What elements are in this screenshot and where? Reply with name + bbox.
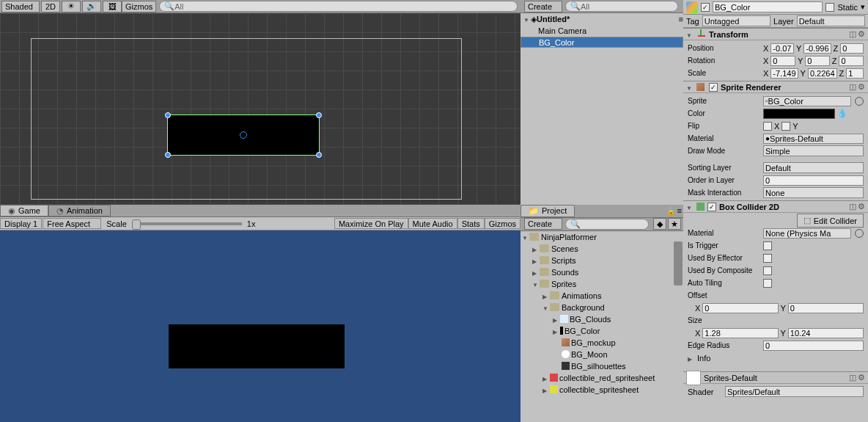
material-field[interactable]: ●Sprites-Default xyxy=(763,134,864,144)
transform-header[interactable]: Transform xyxy=(683,28,868,40)
asset-bgsilhouettes[interactable]: BG_silhouettes xyxy=(521,360,683,372)
scene-root-row[interactable]: ◈ Untitled* xyxy=(521,13,683,25)
project-root[interactable]: NinjaPlatformer xyxy=(521,231,683,243)
size-y-input[interactable]: 10.24 xyxy=(788,328,864,338)
asset-bgmockup[interactable]: BG_mockup xyxy=(521,337,683,349)
help-icon[interactable] xyxy=(849,29,856,39)
tab-project[interactable]: 📁 Project xyxy=(521,205,575,217)
gear-icon[interactable] xyxy=(858,202,865,211)
istrigger-checkbox[interactable] xyxy=(763,241,772,250)
mute-audio-toggle[interactable]: Mute Audio xyxy=(408,218,457,229)
resize-handle[interactable] xyxy=(316,152,322,158)
scale-x-input[interactable]: -7.149 xyxy=(770,68,798,79)
expand-icon[interactable] xyxy=(686,30,694,39)
layer-dropdown[interactable]: Default xyxy=(797,15,865,26)
project-create-dropdown[interactable]: Create xyxy=(524,218,562,230)
rot-z-input[interactable]: 0 xyxy=(839,56,864,66)
game-viewport[interactable] xyxy=(0,230,521,422)
expand-icon[interactable] xyxy=(686,83,694,92)
folder-animations[interactable]: Animations xyxy=(521,290,683,302)
hierarchy-panel[interactable]: ◈ Untitled* Main Camera BG_Color xyxy=(521,13,683,205)
hierarchy-create-dropdown[interactable]: Create xyxy=(524,1,562,12)
composite-checkbox[interactable] xyxy=(763,266,772,275)
shading-mode-dropdown[interactable]: Shaded xyxy=(1,1,40,12)
expand-icon[interactable] xyxy=(532,256,540,265)
asset-bgmoon[interactable]: BG_Moon xyxy=(521,349,683,360)
scene-search-input[interactable]: 🔍All xyxy=(159,1,518,12)
component-enabled-checkbox[interactable] xyxy=(709,83,718,92)
autotiling-checkbox[interactable] xyxy=(763,279,772,288)
drawmode-dropdown[interactable]: Simple xyxy=(763,145,864,156)
static-checkbox[interactable] xyxy=(825,3,834,12)
gear-icon[interactable] xyxy=(858,29,865,39)
selected-object-rect[interactable] xyxy=(167,114,320,156)
hierarchy-item-camera[interactable]: Main Camera xyxy=(521,25,683,37)
flip-y-checkbox[interactable] xyxy=(781,122,790,131)
gizmos-game-dropdown[interactable]: Gizmos xyxy=(485,218,521,229)
mask-dropdown[interactable]: None xyxy=(763,187,864,198)
edge-radius-input[interactable]: 0 xyxy=(763,341,864,351)
2d-toggle-button[interactable]: 2D xyxy=(41,1,60,12)
folder-scenes[interactable]: Scenes xyxy=(521,243,683,255)
eyedropper-icon[interactable]: 💧 xyxy=(837,109,847,118)
expand-icon[interactable] xyxy=(686,203,694,211)
offset-x-input[interactable]: 0 xyxy=(702,303,778,313)
expand-icon[interactable] xyxy=(542,291,550,300)
project-search-input[interactable]: 🔍 xyxy=(565,219,649,230)
shader-dropdown[interactable]: Sprites/Default xyxy=(725,386,864,397)
expand-icon[interactable] xyxy=(553,315,560,324)
folder-background[interactable]: Background xyxy=(521,302,683,313)
filter-button[interactable]: ◆ xyxy=(653,218,666,230)
scale-z-input[interactable]: 1 xyxy=(846,68,864,79)
pos-z-input[interactable]: 0 xyxy=(840,43,864,54)
expand-icon[interactable] xyxy=(542,303,550,312)
folder-scripts[interactable]: Scripts xyxy=(521,255,683,266)
phys-material-field[interactable]: None (Physics Ma xyxy=(763,228,851,239)
expand-icon[interactable] xyxy=(532,280,540,288)
tab-game[interactable]: Game xyxy=(0,205,48,217)
resize-handle[interactable] xyxy=(165,112,171,118)
help-icon[interactable] xyxy=(849,202,856,211)
tab-animation[interactable]: Animation xyxy=(48,205,111,217)
asset-collectible-red[interactable]: collectible_red_spritesheet xyxy=(521,372,683,384)
color-field[interactable] xyxy=(763,109,835,119)
lock-icon[interactable] xyxy=(666,206,675,215)
help-icon[interactable] xyxy=(849,82,856,92)
material-preview-header[interactable]: Sprites-Default xyxy=(683,371,868,384)
scale-y-input[interactable]: 0.2264 xyxy=(808,68,837,79)
resize-handle[interactable] xyxy=(316,112,322,118)
gear-icon[interactable] xyxy=(858,82,865,92)
stats-toggle[interactable]: Stats xyxy=(457,218,485,229)
effector-checkbox[interactable] xyxy=(763,254,772,263)
sprite-object-field[interactable]: ▫BG_Color xyxy=(763,96,851,106)
rot-x-input[interactable]: 0 xyxy=(770,56,795,66)
project-panel[interactable]: NinjaPlatformer Scenes Scripts Sounds Sp… xyxy=(521,231,683,423)
expand-icon[interactable] xyxy=(542,374,550,382)
scale-slider[interactable] xyxy=(132,222,242,225)
expand-icon[interactable] xyxy=(532,244,540,253)
order-in-layer-input[interactable]: 0 xyxy=(763,175,864,186)
expand-icon[interactable] xyxy=(523,15,531,23)
expand-icon[interactable] xyxy=(542,385,550,394)
gizmos-dropdown[interactable]: Gizmos xyxy=(122,1,156,12)
maximize-on-play-toggle[interactable]: Maximize On Play xyxy=(334,218,408,229)
sprite-renderer-header[interactable]: Sprite Renderer xyxy=(683,81,868,93)
scene-viewport[interactable] xyxy=(0,13,521,205)
box-collider-header[interactable]: Box Collider 2D xyxy=(683,200,868,213)
flip-x-checkbox[interactable] xyxy=(763,122,772,131)
edit-collider-button[interactable]: Edit Collider xyxy=(797,214,864,228)
resize-handle[interactable] xyxy=(165,152,171,158)
active-checkbox[interactable] xyxy=(701,3,710,12)
sorting-layer-dropdown[interactable]: Default xyxy=(763,162,864,173)
gameobject-name-input[interactable]: BG_Color xyxy=(713,1,823,12)
object-picker-icon[interactable] xyxy=(855,229,864,238)
help-icon[interactable] xyxy=(849,373,856,382)
tag-dropdown[interactable]: Untagged xyxy=(702,15,770,26)
gear-icon[interactable] xyxy=(858,373,865,382)
asset-collectible[interactable]: collectible_spritesheet xyxy=(521,384,683,396)
component-enabled-checkbox[interactable] xyxy=(707,203,716,211)
offset-y-input[interactable]: 0 xyxy=(788,303,864,313)
effects-toggle-button[interactable]: 🖼 xyxy=(103,1,122,12)
lighting-toggle-button[interactable]: ☀ xyxy=(62,1,81,12)
display-dropdown[interactable]: Display 1 xyxy=(0,218,42,229)
